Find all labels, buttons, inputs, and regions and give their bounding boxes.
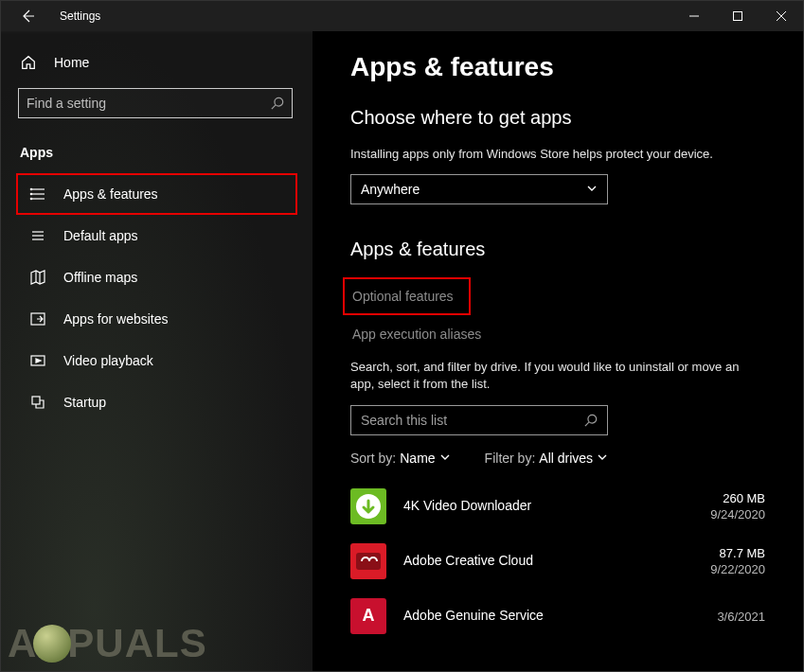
app-name: Adobe Creative Cloud (403, 552, 680, 569)
sidebar-item-label: Default apps (63, 228, 138, 243)
svg-point-4 (275, 97, 283, 106)
app-date: 9/22/2020 (710, 562, 765, 576)
svg-point-10 (30, 193, 31, 194)
svg-line-5 (272, 105, 276, 109)
choose-where-title: Choose where to get apps (350, 107, 765, 129)
home-icon (20, 54, 37, 71)
app-icon: A (350, 598, 386, 634)
app-icon (350, 488, 386, 524)
sidebar-item-video-playback[interactable]: Video playback (18, 340, 295, 381)
sidebar-item-label: Offline maps (63, 270, 137, 285)
optional-features-link[interactable]: Optional features (343, 277, 471, 315)
svg-point-11 (30, 198, 31, 199)
chevron-down-icon (597, 451, 608, 466)
settings-search[interactable] (18, 88, 293, 118)
sidebar-item-default-apps[interactable]: Default apps (18, 215, 295, 256)
filter-value: All drives (539, 451, 593, 466)
choose-where-desc: Installing apps only from Windows Store … (350, 146, 765, 163)
app-name: 4K Video Downloader (403, 497, 680, 514)
close-button[interactable] (759, 1, 803, 31)
svg-point-9 (30, 188, 31, 189)
app-icon (350, 543, 386, 579)
app-date: 9/24/2020 (710, 507, 765, 522)
svg-point-20 (588, 415, 597, 423)
maximize-button[interactable] (716, 1, 759, 31)
apps-features-section-title: Apps & features (350, 239, 765, 260)
sidebar-item-startup[interactable]: Startup (18, 381, 295, 423)
page-title: Apps & features (350, 52, 765, 82)
titlebar: Settings (1, 1, 803, 31)
filter-by-control[interactable]: Filter by: All drives (485, 451, 608, 466)
app-size: 260 MB (723, 491, 765, 505)
app-date: 3/6/2021 (717, 610, 765, 624)
svg-rect-1 (734, 12, 742, 21)
search-icon (584, 414, 598, 427)
home-label: Home (54, 55, 89, 70)
minimize-button[interactable] (672, 1, 716, 31)
app-row[interactable]: A Adobe Genuine Service 3/6/2021 (350, 589, 765, 644)
app-name: Adobe Genuine Service (403, 607, 680, 624)
app-row[interactable]: 4K Video Downloader 260 MB 9/24/2020 (350, 479, 765, 534)
apps-features-icon (29, 186, 46, 203)
startup-icon (29, 394, 46, 411)
sidebar-item-label: Apps & features (63, 186, 158, 202)
default-apps-icon (29, 227, 46, 244)
chevron-down-icon (439, 451, 451, 466)
app-source-select[interactable]: Anywhere (350, 174, 608, 204)
sort-value: Name (400, 451, 435, 466)
sidebar: Home Apps Apps & features (1, 31, 313, 671)
video-playback-icon (29, 352, 46, 369)
app-list-desc: Search, sort, and filter by drive. If yo… (350, 359, 765, 393)
app-source-value: Anywhere (361, 182, 420, 197)
sidebar-item-label: Apps for websites (63, 311, 169, 327)
window-title: Settings (60, 9, 100, 23)
svg-line-21 (585, 422, 589, 426)
sidebar-section-label: Apps (18, 145, 295, 160)
sidebar-nav: Apps & features Default apps Offline map… (18, 173, 295, 423)
main-content: Apps & features Choose where to get apps… (313, 31, 803, 671)
app-size: 87.7 MB (720, 546, 765, 560)
installed-apps-list: 4K Video Downloader 260 MB 9/24/2020 Ado… (350, 479, 765, 644)
sidebar-item-label: Video playback (63, 353, 153, 368)
app-execution-aliases-link[interactable]: App execution aliases (350, 321, 765, 347)
home-nav[interactable]: Home (18, 48, 295, 88)
sidebar-item-apps-features[interactable]: Apps & features (16, 173, 297, 215)
app-row[interactable]: Adobe Creative Cloud 87.7 MB 9/22/2020 (350, 534, 765, 589)
app-list-search[interactable] (350, 405, 608, 435)
sort-by-control[interactable]: Sort by: Name (350, 451, 451, 466)
sort-label: Sort by: (350, 451, 396, 466)
sidebar-item-label: Startup (63, 395, 106, 410)
filter-label: Filter by: (485, 451, 536, 466)
offline-maps-icon (29, 269, 46, 286)
sidebar-item-offline-maps[interactable]: Offline maps (18, 256, 295, 298)
apps-websites-icon (29, 310, 46, 327)
settings-search-input[interactable] (27, 96, 271, 111)
search-icon (271, 97, 284, 110)
app-list-search-input[interactable] (361, 413, 584, 428)
sidebar-item-apps-websites[interactable]: Apps for websites (18, 298, 295, 340)
svg-rect-19 (32, 397, 40, 404)
back-button[interactable] (18, 7, 37, 26)
chevron-down-icon (586, 181, 598, 198)
